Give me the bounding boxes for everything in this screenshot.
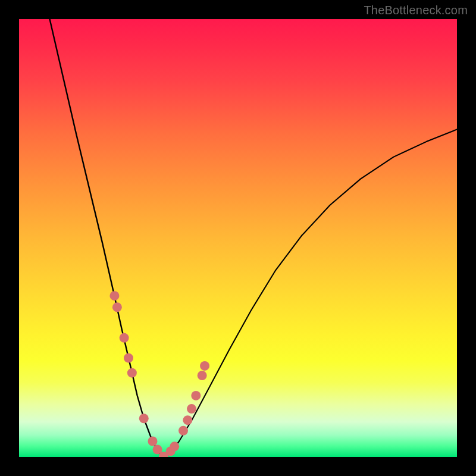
highlight-dot <box>187 404 196 414</box>
highlight-dot <box>127 368 137 378</box>
highlight-dot <box>139 414 149 423</box>
highlight-dot <box>120 333 129 343</box>
chart-svg <box>19 19 457 457</box>
curve-group <box>50 19 457 457</box>
highlight-dot <box>109 291 119 300</box>
highlight-dot <box>198 371 207 380</box>
highlight-dot <box>170 441 179 451</box>
highlight-dot <box>191 391 201 400</box>
highlight-dot <box>124 353 133 363</box>
chart-frame: TheBottleneck.com <box>0 0 476 476</box>
highlight-dot <box>200 361 209 371</box>
highlight-dot <box>178 426 188 436</box>
highlight-dot <box>183 415 192 425</box>
left-branch-curve <box>50 19 164 457</box>
plot-area <box>19 19 457 457</box>
highlight-dot <box>148 437 157 446</box>
watermark-text: TheBottleneck.com <box>364 4 468 17</box>
highlight-dot <box>112 302 122 312</box>
highlight-marker-group <box>109 291 209 457</box>
right-branch-curve <box>164 129 457 457</box>
